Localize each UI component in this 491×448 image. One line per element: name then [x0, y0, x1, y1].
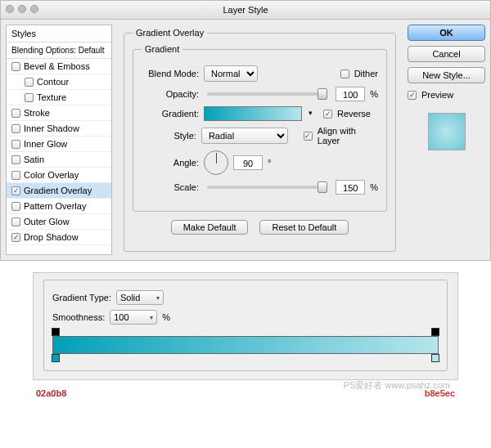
- dither-label: Dither: [354, 69, 378, 78]
- scale-slider[interactable]: [207, 186, 327, 189]
- sidebar-item-label: Gradient Overlay: [24, 186, 92, 195]
- style-label: Style:: [142, 131, 196, 141]
- smoothness-input[interactable]: 100: [110, 310, 157, 325]
- sidebar-item-stroke[interactable]: Stroke: [7, 105, 111, 121]
- ok-button[interactable]: OK: [408, 25, 485, 41]
- blending-options[interactable]: Blending Options: Default: [7, 43, 111, 59]
- style-select[interactable]: Radial: [201, 128, 288, 144]
- reset-default-button[interactable]: Reset to Default: [259, 220, 349, 235]
- sidebar-item-pattern-overlay[interactable]: Pattern Overlay: [7, 199, 111, 214]
- sidebar-checkbox[interactable]: [11, 233, 20, 242]
- sidebar-item-label: Contour: [37, 77, 69, 87]
- angle-input[interactable]: 90: [233, 155, 263, 170]
- opacity-label: Opacity:: [142, 89, 199, 99]
- gradient-overlay-group: Gradient Overlay Gradient Blend Mode: No…: [124, 28, 396, 252]
- gradient-editor: Gradient Type: Solid Smoothness: 100 %: [33, 272, 458, 380]
- sidebar-item-label: Inner Glow: [24, 139, 67, 149]
- preview-swatch: [428, 113, 466, 150]
- align-checkbox[interactable]: [304, 132, 313, 141]
- sidebar-item-label: Satin: [24, 155, 44, 164]
- cancel-button[interactable]: Cancel: [408, 46, 485, 62]
- sidebar-checkbox[interactable]: [11, 186, 20, 195]
- opacity-stop-right[interactable]: [431, 328, 439, 336]
- smoothness-label: Smoothness:: [52, 312, 105, 322]
- right-buttons: OK Cancel New Style... Preview: [408, 25, 485, 255]
- opacity-stop-left[interactable]: [52, 328, 60, 336]
- window-controls[interactable]: [6, 5, 38, 13]
- scale-label: Scale:: [142, 182, 199, 192]
- preview-label: Preview: [421, 90, 453, 100]
- sidebar-item-label: Stroke: [24, 108, 50, 118]
- blendmode-label: Blend Mode:: [142, 69, 199, 78]
- sidebar-checkbox[interactable]: [11, 171, 20, 180]
- sidebar-item-label: Color Overlay: [24, 170, 79, 180]
- sidebar-item-texture[interactable]: Texture: [7, 90, 111, 105]
- group-title: Gradient Overlay: [133, 28, 207, 38]
- sidebar-item-label: Bevel & Emboss: [24, 61, 90, 71]
- sidebar-checkbox[interactable]: [11, 140, 20, 149]
- sidebar-item-outer-glow[interactable]: Outer Glow: [7, 214, 111, 230]
- main-panel: Gradient Overlay Gradient Blend Mode: No…: [117, 25, 403, 255]
- sidebar-item-bevel-emboss[interactable]: Bevel & Emboss: [7, 59, 111, 74]
- gradient-subgroup: Gradient Blend Mode: Normal Dither Opaci…: [133, 44, 387, 212]
- sidebar-checkbox[interactable]: [11, 202, 20, 211]
- sidebar-item-label: Pattern Overlay: [24, 201, 86, 211]
- blendmode-select[interactable]: Normal: [204, 65, 258, 82]
- watermark: PS爱好者 www.psahz.com: [344, 379, 450, 392]
- sidebar-item-label: Inner Shadow: [24, 123, 79, 133]
- styles-sidebar: Styles Blending Options: Default Bevel &…: [6, 25, 112, 255]
- angle-dial[interactable]: [204, 150, 228, 175]
- make-default-button[interactable]: Make Default: [171, 220, 249, 235]
- sidebar-item-satin[interactable]: Satin: [7, 152, 111, 168]
- window-title: Layer Style: [223, 5, 268, 15]
- angle-label: Angle:: [142, 158, 199, 168]
- sidebar-item-contour[interactable]: Contour: [7, 74, 111, 90]
- sidebar-checkbox[interactable]: [11, 217, 20, 226]
- sidebar-item-drop-shadow[interactable]: Drop Shadow: [7, 230, 111, 245]
- gradient-picker[interactable]: [204, 106, 302, 121]
- layer-style-dialog: Layer Style Styles Blending Options: Def…: [0, 0, 491, 261]
- gradient-type-select[interactable]: Solid: [116, 290, 164, 305]
- sidebar-item-inner-shadow[interactable]: Inner Shadow: [7, 121, 111, 137]
- sidebar-checkbox[interactable]: [11, 109, 20, 118]
- sidebar-item-label: Drop Shadow: [24, 232, 79, 242]
- hex-left: 02a0b8: [36, 388, 66, 398]
- titlebar: Layer Style: [1, 1, 490, 20]
- opacity-input[interactable]: 100: [336, 87, 365, 101]
- scale-input[interactable]: 150: [336, 180, 365, 195]
- reverse-label: Reverse: [337, 109, 371, 119]
- sidebar-item-gradient-overlay[interactable]: Gradient Overlay: [7, 183, 111, 199]
- sidebar-item-label: Outer Glow: [24, 217, 70, 226]
- reverse-checkbox[interactable]: [323, 110, 332, 119]
- sidebar-item-label: Texture: [37, 92, 66, 102]
- dither-checkbox[interactable]: [340, 69, 349, 78]
- new-style-button[interactable]: New Style...: [408, 67, 485, 83]
- sidebar-checkbox[interactable]: [11, 155, 20, 164]
- sidebar-item-inner-glow[interactable]: Inner Glow: [7, 137, 111, 152]
- gradient-label: Gradient:: [142, 109, 199, 119]
- color-stop-right[interactable]: [431, 354, 439, 362]
- align-label: Align with Layer: [318, 126, 378, 146]
- sidebar-header[interactable]: Styles: [7, 25, 111, 43]
- subgroup-title: Gradient: [142, 44, 182, 54]
- color-stop-left[interactable]: [52, 354, 60, 362]
- gradient-type-label: Gradient Type:: [52, 293, 111, 302]
- sidebar-item-color-overlay[interactable]: Color Overlay: [7, 168, 111, 183]
- gradient-bar[interactable]: [52, 336, 439, 354]
- sidebar-checkbox[interactable]: [11, 62, 20, 71]
- sidebar-checkbox[interactable]: [11, 124, 20, 133]
- sidebar-checkbox[interactable]: [25, 93, 34, 102]
- sidebar-checkbox[interactable]: [25, 78, 34, 87]
- preview-checkbox[interactable]: [408, 91, 417, 100]
- opacity-slider[interactable]: [207, 92, 327, 96]
